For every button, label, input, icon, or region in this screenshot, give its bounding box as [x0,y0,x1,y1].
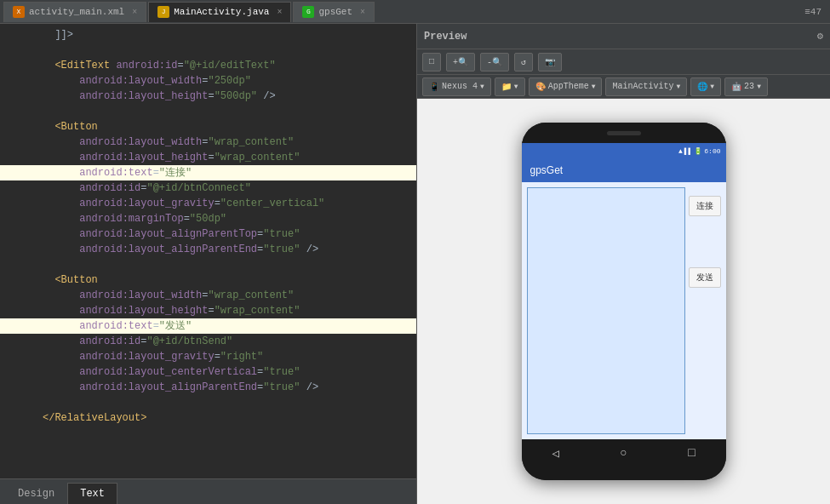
code-line-edittext: <EditText android:id="@+id/editText" [0,58,416,73]
locale-icon: 🌐 [697,82,707,92]
code-line-btn2-ape: android:layout_alignParentEnd="true" /> [0,380,416,395]
tab-main-activity-close[interactable]: × [277,8,282,17]
activity-btn[interactable]: MainActivity ▼ [605,77,687,96]
preview-panel: Preview ⚙ □ +🔍 -🔍 ↺ 📷 📱 N [417,24,830,504]
phone-top-bezel [522,123,726,143]
preview-title: Preview [424,31,467,43]
zoom-fit-icon: □ [429,57,434,66]
preview-toolbar: □ +🔍 -🔍 ↺ 📷 [417,49,830,75]
tab-design[interactable]: Design [5,483,67,504]
theme-btn[interactable]: 🎨 AppTheme ▼ [529,77,603,96]
phone-nav-bar: ◁ ○ □ [522,439,726,467]
code-line-btn1-lw: android:layout_width="wrap_content" [0,135,416,150]
activity-label: MainActivity [612,82,673,91]
code-line-btn1: <Button [0,119,416,135]
phone-edit-text [527,187,685,434]
code-line-blank4 [0,395,416,410]
zoom-out-icon: -🔍 [487,57,502,67]
preview-header: Preview ⚙ [417,24,830,49]
locale-btn[interactable]: 🌐 ▼ [690,77,721,96]
tab-text[interactable]: Text [67,483,117,504]
phone-bottom-bezel [522,467,726,480]
theme-dropdown-arrow: ▼ [592,83,596,90]
code-line-btn1-lg: android:layout_gravity="center_vertical" [0,196,416,211]
device-btn[interactable]: 📱 Nexus 4 ▼ [422,77,491,96]
theme-icon: 🎨 [535,82,546,92]
code-line-btn1-apt: android:layout_alignParentTop="true" [0,226,416,242]
code-line-1: ]]> [0,27,416,43]
code-line-blank2 [0,104,416,119]
tab-activity-main[interactable]: X activity_main.xml × [3,2,146,22]
zoom-fit-btn[interactable]: □ [422,53,441,72]
nav-back-icon[interactable]: ◁ [552,446,558,461]
tab-main-activity-label: MainActivity.java [174,7,269,17]
screenshot-icon: 📷 [545,57,555,67]
time-display: 6:00 [704,147,720,155]
code-line-lw: android:layout_width="250dp" [0,73,416,89]
phone-send-btn[interactable]: 发送 [689,267,721,288]
line-content-1: ]]> [43,27,416,43]
device-dropdown-arrow: ▼ [480,83,484,90]
tab-activity-main-close[interactable]: × [132,8,137,17]
zoom-in-icon: +🔍 [453,57,468,67]
code-line-btn1-id: android:id="@+id/btnConnect" [0,180,416,196]
phone-speaker [607,131,641,135]
refresh-btn[interactable]: ↺ [514,53,533,72]
device-label: Nexus 4 [442,82,478,91]
api-label: 23 [744,82,754,91]
code-line-closing: </RelativeLayout> [0,410,416,426]
preview-settings-icon[interactable]: ⚙ [817,30,823,43]
code-line-btn2-cv: android:layout_centerVertical="true" [0,364,416,380]
code-line-lh: android:layout_height="500dp" /> [0,89,416,104]
activity-dropdown-arrow: ▼ [676,83,680,90]
theme-label: AppTheme [548,82,589,91]
phone-app-bar: gpsGet [522,158,726,182]
folder-btn[interactable]: 📁 ▼ [495,77,525,96]
phone-mockup: ▲ ▌▌ 🔋 6:00 gpsGet 连接 发送 [522,123,726,480]
nav-home-icon[interactable]: ○ [620,446,627,460]
tab-gps-get-label: gpsGet [318,7,352,17]
android-icon: 🤖 [731,82,741,92]
refresh-icon: ↺ [521,57,526,67]
code-line-btn2-id: android:id="@+id/btnSend" [0,334,416,349]
bottom-tab-bar: Design Text [0,478,416,504]
locale-dropdown-arrow: ▼ [710,83,714,90]
tab-bar: X activity_main.xml × J MainActivity.jav… [0,0,830,24]
java-file-icon: J [157,6,169,18]
editor-panel: ]]> <EditText android:id="@+id/editText"… [0,24,417,504]
api-dropdown-arrow: ▼ [757,83,761,90]
phone-connect-btn[interactable]: 连接 [689,196,721,216]
phone-content: 连接 发送 [522,182,726,439]
phone-buttons: 连接 发送 [689,187,721,434]
preview-content: ▲ ▌▌ 🔋 6:00 gpsGet 连接 发送 [417,99,830,504]
code-line-btn2-text: android:text="发送" [0,318,416,334]
xml-file-icon: X [13,6,25,18]
tab-gps-get[interactable]: G gpsGet × [293,2,375,22]
device-toolbar: 📱 Nexus 4 ▼ 📁 ▼ 🎨 AppTheme ▼ MainActivit… [417,75,830,99]
code-area[interactable]: ]]> <EditText android:id="@+id/editText"… [0,24,416,478]
zoom-out-btn[interactable]: -🔍 [480,53,509,72]
screenshot-btn[interactable]: 📷 [538,53,562,72]
nav-recent-icon[interactable]: □ [688,446,695,460]
phone-status-bar: ▲ ▌▌ 🔋 6:00 [522,143,726,158]
tab-gps-get-close[interactable]: × [360,8,365,17]
code-line-btn2: <Button [0,272,416,288]
folder-dropdown-arrow: ▼ [514,83,518,90]
code-line-btn1-mt: android:marginTop="50dp" [0,211,416,226]
status-icons: ▲ ▌▌ 🔋 6:00 [678,147,721,155]
signal-icon: ▌▌ [684,147,693,155]
tab-overflow-btn[interactable]: ≡47 [799,7,827,17]
tab-activity-main-label: activity_main.xml [29,7,124,17]
tab-main-activity[interactable]: J MainActivity.java × [148,2,291,22]
zoom-in-btn[interactable]: +🔍 [446,53,475,72]
phone-app-title: gpsGet [530,164,564,176]
code-line-btn1-ape: android:layout_alignParentEnd="true" /> [0,242,416,257]
battery-icon: 🔋 [694,147,702,155]
api-btn[interactable]: 🤖 23 ▼ [724,77,768,96]
gps-file-icon: G [302,6,314,18]
code-line-btn2-lw: android:layout_width="wrap_content" [0,288,416,303]
folder-icon: 📁 [501,82,512,92]
wifi-icon: ▲ [678,147,683,155]
code-line-blank3 [0,257,416,272]
phone-icon: 📱 [429,82,439,92]
